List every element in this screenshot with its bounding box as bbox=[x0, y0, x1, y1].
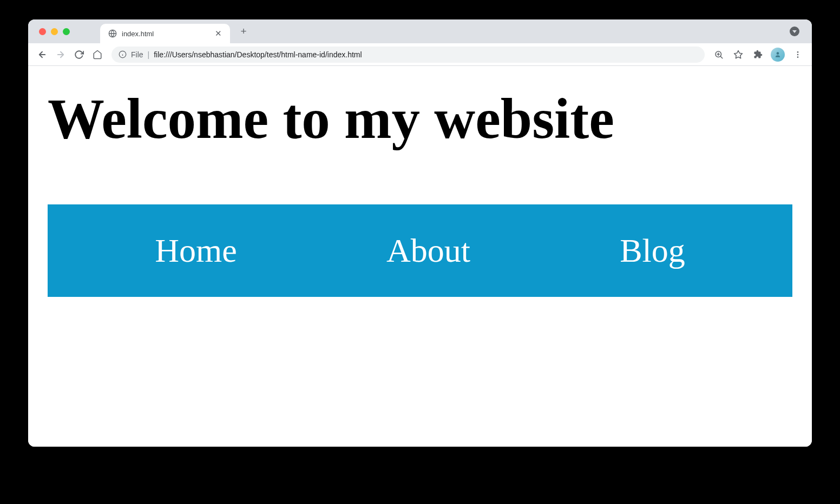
nav-link-home[interactable]: Home bbox=[155, 231, 237, 270]
menu-icon[interactable] bbox=[789, 46, 806, 63]
page-heading: Welcome to my website bbox=[48, 88, 792, 150]
close-tab-button[interactable]: ✕ bbox=[214, 29, 222, 38]
url-field[interactable]: File | file:///Users/nsebhastian/Desktop… bbox=[111, 47, 705, 63]
browser-tab[interactable]: index.html ✕ bbox=[100, 24, 230, 43]
toolbar-right bbox=[710, 46, 806, 63]
svg-point-9 bbox=[777, 52, 779, 55]
home-button[interactable] bbox=[89, 46, 106, 63]
url-scheme: File bbox=[131, 50, 143, 59]
page-content: Welcome to my website Home About Blog bbox=[28, 66, 812, 447]
nav-menu: Home About Blog bbox=[48, 204, 792, 297]
svg-point-12 bbox=[797, 56, 799, 58]
nav-link-about[interactable]: About bbox=[386, 231, 470, 270]
nav-link-blog[interactable]: Blog bbox=[620, 231, 685, 270]
back-button[interactable] bbox=[34, 46, 51, 63]
zoom-icon[interactable] bbox=[710, 46, 727, 63]
reload-button[interactable] bbox=[70, 46, 88, 63]
new-tab-button[interactable]: + bbox=[235, 23, 252, 39]
browser-window: index.html ✕ + bbox=[28, 19, 812, 447]
profile-avatar[interactable] bbox=[771, 48, 785, 62]
window-controls bbox=[39, 28, 70, 35]
maximize-window-button[interactable] bbox=[63, 28, 70, 35]
address-bar: File | file:///Users/nsebhastian/Desktop… bbox=[28, 43, 812, 66]
minimize-window-button[interactable] bbox=[51, 28, 58, 35]
tab-title: index.html bbox=[122, 30, 214, 38]
svg-marker-8 bbox=[734, 50, 743, 58]
close-window-button[interactable] bbox=[39, 28, 46, 35]
url-path: file:///Users/nsebhastian/Desktop/test/h… bbox=[154, 50, 362, 59]
svg-point-11 bbox=[797, 54, 799, 55]
site-info-icon[interactable] bbox=[118, 50, 127, 59]
bookmark-icon[interactable] bbox=[730, 46, 747, 63]
tab-search-button[interactable] bbox=[788, 25, 801, 38]
url-separator: | bbox=[148, 50, 150, 59]
svg-line-5 bbox=[720, 56, 723, 58]
globe-icon bbox=[108, 29, 117, 38]
forward-button[interactable] bbox=[52, 46, 69, 63]
extensions-icon[interactable] bbox=[749, 46, 766, 63]
tab-bar: index.html ✕ + bbox=[28, 19, 812, 43]
svg-point-10 bbox=[797, 51, 799, 53]
